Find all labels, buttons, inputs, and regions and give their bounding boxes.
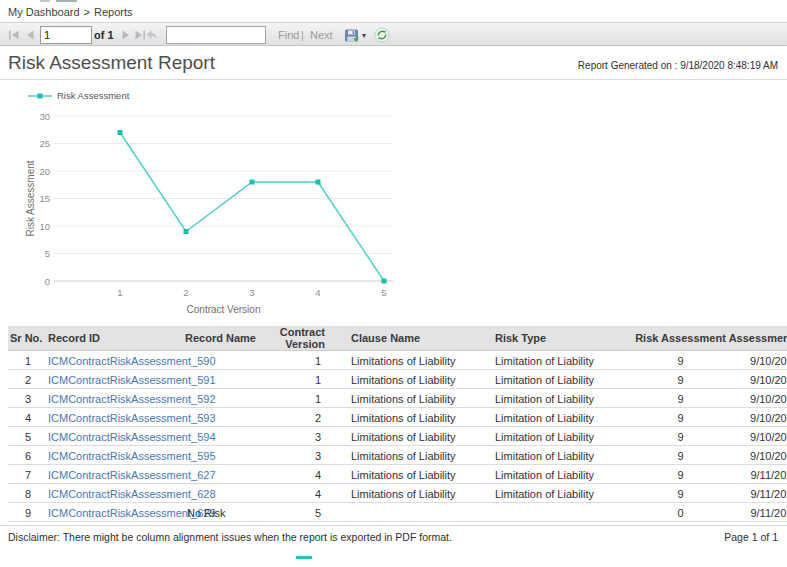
svg-text:30: 30 <box>39 111 50 122</box>
table-row: 2ICMContractRiskAssessment_5911Limitatio… <box>8 370 787 389</box>
table-cell: 9 <box>633 446 728 465</box>
table-row: 5ICMContractRiskAssessment_5943Limitatio… <box>8 427 787 446</box>
find-button[interactable]: Find <box>278 29 299 41</box>
back-arrow-icon <box>145 29 158 41</box>
table-cell <box>329 503 481 522</box>
legend-label: Risk Assessment <box>57 90 129 101</box>
page-number-input[interactable] <box>40 26 92 44</box>
legend-line-marker-icon <box>28 92 52 100</box>
chart-area: 05101520253012345Contract VersionRisk As… <box>8 106 438 324</box>
column-header: Contract Version <box>263 326 329 351</box>
export-caret-icon: ▾ <box>362 32 366 40</box>
svg-text:15: 15 <box>39 193 50 204</box>
breadcrumb-item-dashboard[interactable]: My Dashboard <box>8 6 80 18</box>
table-cell: Limitation of Liability <box>481 351 633 370</box>
table-cell: Limitations of Liability <box>329 408 481 427</box>
table-cell: 2 <box>8 370 48 389</box>
table-cell: 3 <box>263 446 329 465</box>
chart-legend: Risk Assessment <box>28 90 129 101</box>
table-cell: 1 <box>263 351 329 370</box>
next-page-button[interactable] <box>120 30 132 40</box>
table-cell: 9 <box>633 465 728 484</box>
table-cell: 9/11/2020 <box>728 503 787 522</box>
table-cell: 9/10/2020 <box>728 351 787 370</box>
find-input[interactable] <box>166 26 266 44</box>
table-cell: 3 <box>8 389 48 408</box>
table-cell: 5 <box>8 427 48 446</box>
breadcrumb-item-reports[interactable]: Reports <box>94 6 133 18</box>
table-cell: Limitations of Liability <box>329 465 481 484</box>
record-id-link[interactable]: ICMContractRiskAssessment_594 <box>48 431 216 443</box>
table-cell: Limitation of Liability <box>481 465 633 484</box>
window-artifact <box>56 0 77 2</box>
record-id-link[interactable]: ICMContractRiskAssessment_595 <box>48 450 216 462</box>
table-cell: Limitations of Liability <box>329 484 481 503</box>
table-cell: 6 <box>8 446 48 465</box>
table-cell: 9 <box>633 351 728 370</box>
table-cell: No Risk <box>185 503 263 522</box>
table-cell: 5 <box>263 503 329 522</box>
record-id-link[interactable]: ICMContractRiskAssessment_591 <box>48 374 216 386</box>
table-cell: 0 <box>633 503 728 522</box>
svg-text:4: 4 <box>315 287 320 298</box>
breadcrumb: My Dashboard>Reports <box>8 6 133 18</box>
table-row: 4ICMContractRiskAssessment_5932Limitatio… <box>8 408 787 427</box>
column-header: Risk Type <box>481 326 633 351</box>
back-to-parent-button[interactable] <box>145 29 158 41</box>
page-indicator: Page 1 of 1 <box>724 531 778 543</box>
report-toolbar: of 1 Find | Next <box>0 22 787 46</box>
page-count-label: of 1 <box>94 29 114 41</box>
table-cell: 9/11/2020 <box>728 465 787 484</box>
svg-text:Risk Assessment: Risk Assessment <box>25 160 36 236</box>
table-cell: 9 <box>633 427 728 446</box>
refresh-button[interactable] <box>374 27 390 43</box>
refresh-icon <box>374 27 390 43</box>
scroll-indicator <box>296 556 312 559</box>
svg-text:2: 2 <box>183 287 188 298</box>
record-id-cell: ICMContractRiskAssessment_629 <box>48 503 185 522</box>
svg-text:5: 5 <box>381 287 386 298</box>
risk-assessment-table: Sr No.Record IDRecord NameContract Versi… <box>8 326 787 522</box>
page-title: Risk Assessment Report <box>8 52 215 74</box>
table-cell: Limitation of Liability <box>481 484 633 503</box>
find-next-button[interactable]: Next <box>310 29 333 41</box>
table-cell: Limitation of Liability <box>481 427 633 446</box>
record-id-link[interactable]: ICMContractRiskAssessment_627 <box>48 469 216 481</box>
table-cell: 9/10/2020 <box>728 370 787 389</box>
svg-text:5: 5 <box>45 248 50 259</box>
table-cell: Limitations of Liability <box>329 389 481 408</box>
svg-text:10: 10 <box>39 221 50 232</box>
table-cell: 3 <box>263 427 329 446</box>
table-cell: Limitations of Liability <box>329 446 481 465</box>
svg-text:1: 1 <box>117 287 122 298</box>
table-cell: 9/10/2020 <box>728 408 787 427</box>
table-cell: 9/10/2020 <box>728 427 787 446</box>
table-cell: 1 <box>8 351 48 370</box>
svg-text:20: 20 <box>39 166 50 177</box>
table-cell: 9/11/2020 <box>728 484 787 503</box>
next-page-icon <box>120 30 132 40</box>
footer-divider <box>0 525 787 526</box>
previous-page-button[interactable] <box>24 30 36 40</box>
svg-text:Contract Version: Contract Version <box>187 304 261 315</box>
column-header: Sr No. <box>8 326 48 351</box>
record-id-link[interactable]: ICMContractRiskAssessment_590 <box>48 355 216 367</box>
table-cell: Limitations of Liability <box>329 427 481 446</box>
first-page-button[interactable] <box>8 30 20 40</box>
record-id-link[interactable]: ICMContractRiskAssessment_628 <box>48 488 216 500</box>
table-cell: 4 <box>8 408 48 427</box>
table-cell: Limitation of Liability <box>481 408 633 427</box>
record-id-link[interactable]: ICMContractRiskAssessment_592 <box>48 393 216 405</box>
record-id-link[interactable]: ICMContractRiskAssessment_593 <box>48 412 216 424</box>
table-cell: 1 <box>263 370 329 389</box>
column-header: Record ID <box>48 326 185 351</box>
table-cell: Limitation of Liability <box>481 446 633 465</box>
export-button[interactable]: ▾ <box>344 27 372 44</box>
save-export-icon <box>344 28 360 44</box>
record-id-cell: ICMContractRiskAssessment_595 <box>48 446 185 465</box>
table-row: 1ICMContractRiskAssessment_5901Limitatio… <box>8 351 787 370</box>
record-id-cell: ICMContractRiskAssessment_593 <box>48 408 185 427</box>
table-cell: 9/10/2020 <box>728 446 787 465</box>
table-cell: 8 <box>8 484 48 503</box>
breadcrumb-separator: > <box>84 6 90 18</box>
